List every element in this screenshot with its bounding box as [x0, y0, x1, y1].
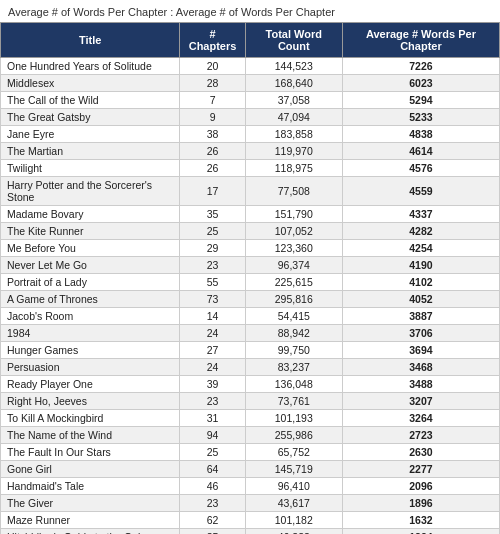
- table-cell: The Fault In Our Stars: [1, 444, 180, 461]
- table-row: Hitchhiker's Guide to the Galaxy3546,333…: [1, 529, 500, 535]
- table-cell: 101,193: [245, 410, 342, 427]
- table-cell: Right Ho, Jeeves: [1, 393, 180, 410]
- table-cell: 2723: [342, 427, 499, 444]
- table-cell: 9: [180, 109, 245, 126]
- table-cell: 144,523: [245, 58, 342, 75]
- table-cell: Twilight: [1, 160, 180, 177]
- table-cell: Portrait of a Lady: [1, 274, 180, 291]
- table-row: The Great Gatsby947,0945233: [1, 109, 500, 126]
- table-row: Never Let Me Go2396,3744190: [1, 257, 500, 274]
- table-cell: 29: [180, 240, 245, 257]
- table-cell: 28: [180, 75, 245, 92]
- table-cell: Jane Eyre: [1, 126, 180, 143]
- table-cell: 96,374: [245, 257, 342, 274]
- table-cell: 39: [180, 376, 245, 393]
- table-cell: Ready Player One: [1, 376, 180, 393]
- col-chapters: # Chapters: [180, 23, 245, 58]
- table-row: Right Ho, Jeeves2373,7613207: [1, 393, 500, 410]
- table-cell: 7: [180, 92, 245, 109]
- table-cell: 99,750: [245, 342, 342, 359]
- table-cell: 4282: [342, 223, 499, 240]
- table-cell: The Kite Runner: [1, 223, 180, 240]
- table-cell: 23: [180, 257, 245, 274]
- table-cell: 54,415: [245, 308, 342, 325]
- table-cell: The Name of the Wind: [1, 427, 180, 444]
- table-cell: 38: [180, 126, 245, 143]
- table-cell: 225,615: [245, 274, 342, 291]
- table-cell: 7226: [342, 58, 499, 75]
- table-cell: 3207: [342, 393, 499, 410]
- table-cell: 255,986: [245, 427, 342, 444]
- table-row: Persuasion2483,2373468: [1, 359, 500, 376]
- table-cell: 4102: [342, 274, 499, 291]
- table-row: Maze Runner62101,1821632: [1, 512, 500, 529]
- table-cell: 4838: [342, 126, 499, 143]
- table-row: Ready Player One39136,0483488: [1, 376, 500, 393]
- table-row: Jane Eyre38183,8584838: [1, 126, 500, 143]
- table-cell: One Hundred Years of Solitude: [1, 58, 180, 75]
- table-row: The Call of the Wild737,0585294: [1, 92, 500, 109]
- table-cell: 25: [180, 223, 245, 240]
- table-cell: The Giver: [1, 495, 180, 512]
- table-cell: 2096: [342, 478, 499, 495]
- table-cell: 27: [180, 342, 245, 359]
- table-row: The Name of the Wind94255,9862723: [1, 427, 500, 444]
- col-avg-words: Average # Words Per Chapter: [342, 23, 499, 58]
- table-cell: The Great Gatsby: [1, 109, 180, 126]
- table-cell: Hunger Games: [1, 342, 180, 359]
- table-cell: 83,237: [245, 359, 342, 376]
- table-row: Me Before You29123,3604254: [1, 240, 500, 257]
- table-cell: 14: [180, 308, 245, 325]
- col-title: Title: [1, 23, 180, 58]
- table-row: The Fault In Our Stars2565,7522630: [1, 444, 500, 461]
- table-cell: To Kill A Mockingbird: [1, 410, 180, 427]
- table-row: Madame Bovary35151,7904337: [1, 206, 500, 223]
- table-cell: Never Let Me Go: [1, 257, 180, 274]
- table-cell: 24: [180, 325, 245, 342]
- table-cell: 1896: [342, 495, 499, 512]
- table-cell: 107,052: [245, 223, 342, 240]
- table-cell: 64: [180, 461, 245, 478]
- table-cell: 145,719: [245, 461, 342, 478]
- table-row: Twilight26118,9754576: [1, 160, 500, 177]
- table-row: A Game of Thrones73295,8164052: [1, 291, 500, 308]
- table-cell: 3488: [342, 376, 499, 393]
- table-cell: The Martian: [1, 143, 180, 160]
- table-cell: 94: [180, 427, 245, 444]
- table-cell: 43,617: [245, 495, 342, 512]
- table-cell: 168,640: [245, 75, 342, 92]
- data-table: Title # Chapters Total Word Count Averag…: [0, 22, 500, 534]
- table-cell: 1324: [342, 529, 499, 535]
- table-cell: 35: [180, 529, 245, 535]
- table-cell: 35: [180, 206, 245, 223]
- table-row: The Giver2343,6171896: [1, 495, 500, 512]
- table-cell: 73,761: [245, 393, 342, 410]
- table-cell: 65,752: [245, 444, 342, 461]
- table-cell: Gone Girl: [1, 461, 180, 478]
- table-cell: Hitchhiker's Guide to the Galaxy: [1, 529, 180, 535]
- table-cell: 101,182: [245, 512, 342, 529]
- table-cell: 295,816: [245, 291, 342, 308]
- table-cell: 1632: [342, 512, 499, 529]
- table-cell: 31: [180, 410, 245, 427]
- chart-title: Average # of Words Per Chapter : Average…: [0, 0, 500, 22]
- table-row: Portrait of a Lady55225,6154102: [1, 274, 500, 291]
- table-cell: 73: [180, 291, 245, 308]
- table-cell: 151,790: [245, 206, 342, 223]
- table-cell: 4052: [342, 291, 499, 308]
- table-cell: 4559: [342, 177, 499, 206]
- table-cell: 47,094: [245, 109, 342, 126]
- table-cell: 55: [180, 274, 245, 291]
- table-cell: 24: [180, 359, 245, 376]
- table-row: Gone Girl64145,7192277: [1, 461, 500, 478]
- table-cell: 119,970: [245, 143, 342, 160]
- table-cell: 25: [180, 444, 245, 461]
- table-cell: 4337: [342, 206, 499, 223]
- table-row: Hunger Games2799,7503694: [1, 342, 500, 359]
- table-cell: The Call of the Wild: [1, 92, 180, 109]
- table-cell: 46,333: [245, 529, 342, 535]
- table-cell: 3706: [342, 325, 499, 342]
- table-cell: 37,058: [245, 92, 342, 109]
- table-row: Handmaid's Tale4696,4102096: [1, 478, 500, 495]
- table-cell: 123,360: [245, 240, 342, 257]
